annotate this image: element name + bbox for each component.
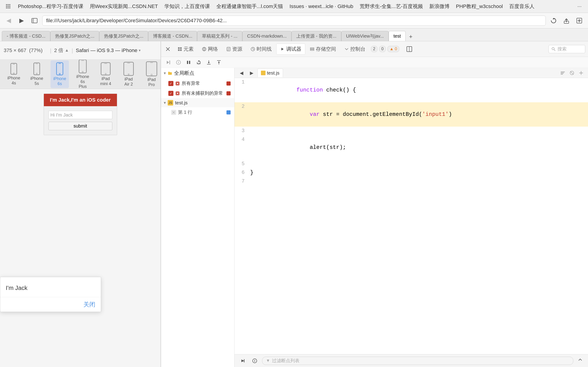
code-breakpoint-button[interactable] xyxy=(568,69,576,77)
code-content xyxy=(248,160,588,168)
svg-rect-18 xyxy=(13,64,15,65)
bottom-info-icon[interactable] xyxy=(250,357,259,365)
code-format-button[interactable] xyxy=(559,69,567,77)
code-nav-prev[interactable]: ◀ xyxy=(237,69,246,77)
svg-point-74 xyxy=(178,61,179,62)
line-bp-icon xyxy=(171,110,176,115)
forward-button[interactable]: ▶ xyxy=(17,16,27,26)
tab-item[interactable]: 博客频道 - CSDN... xyxy=(148,31,197,41)
tab-timeline[interactable]: 时间线 xyxy=(247,44,275,54)
apps-icon[interactable] xyxy=(5,3,12,10)
device-iphone5s[interactable]: iPhone5s xyxy=(27,60,46,88)
code-file-tab-bar: ◀ ▶ test.js xyxy=(234,68,588,78)
js-file-icon: JS xyxy=(168,100,173,106)
device-iphone6s[interactable]: iPhone6s xyxy=(51,60,69,88)
device-selector[interactable]: Safari — iOS 9.3 — iPhone ▾ xyxy=(76,48,141,53)
tab-item[interactable]: 上传资源 - 我的资... xyxy=(292,31,341,41)
code-content xyxy=(248,177,588,185)
device-label: iPhone5s xyxy=(30,76,43,86)
bp-line-indicator xyxy=(226,110,231,115)
tab-item[interactable]: - 博客频道 - CSD... xyxy=(2,31,50,41)
share-button[interactable] xyxy=(561,16,571,26)
info-icon xyxy=(174,58,183,67)
svg-rect-64 xyxy=(310,48,314,49)
tab-debugger[interactable]: 调试器 xyxy=(276,44,305,55)
page-input[interactable]: Hi I'm Jack xyxy=(48,111,112,119)
global-breakpoints-section[interactable]: ▾ 全局断点 xyxy=(161,68,234,78)
bottom-action-icon[interactable] xyxy=(238,357,247,365)
bp-checkbox[interactable] xyxy=(168,91,173,96)
devtools-search[interactable]: 搜索 xyxy=(548,45,585,53)
section-collapse-icon: ▾ xyxy=(164,71,166,76)
zoom-up-arrow[interactable]: ▲ xyxy=(65,48,69,53)
breakpoint-uncaught-exceptions[interactable]: 所有未捕获到的异常 xyxy=(161,88,234,98)
device-ipadair2[interactable]: iPadAir 2 xyxy=(120,60,138,89)
breakpoint-line1[interactable]: 第 1 行 xyxy=(161,107,234,117)
tab-network[interactable]: 网络 xyxy=(198,44,222,54)
tab-console[interactable]: 控制台 xyxy=(341,44,369,54)
tab-item[interactable]: CSDN-markdown... xyxy=(242,31,292,41)
tab-item-test[interactable]: test xyxy=(389,31,406,41)
filter-input[interactable]: ▼ 过滤断点列表 xyxy=(262,357,573,365)
add-bookmark-button[interactable] xyxy=(574,16,584,26)
svg-marker-101 xyxy=(242,359,244,362)
bookmark-item[interactable]: Photoshop...程学习-百度传课 xyxy=(16,2,86,11)
tab-item[interactable]: 草稿箱文系列 - ... xyxy=(197,31,242,41)
back-button[interactable]: ◀ xyxy=(4,16,14,26)
device-label: iPadPro xyxy=(147,77,156,87)
bookmark-item[interactable]: 新浪微博 xyxy=(427,2,452,11)
tab-item[interactable]: 热修复JSPatch之... xyxy=(99,31,148,41)
device-label: iPhone6s xyxy=(53,76,66,86)
device-ipadpro[interactable]: iPadPro xyxy=(142,60,161,89)
bookmark-item[interactable]: 荒野求生-全集...艺-百度视频 xyxy=(357,2,425,11)
file-breakpoints-section[interactable]: ▾ JS test.js xyxy=(161,98,234,107)
alert-close-button[interactable]: 关闭 xyxy=(83,300,95,309)
code-file-tab-item[interactable]: test.js xyxy=(258,69,283,77)
tab-item[interactable]: UIWebView与jav... xyxy=(341,31,389,41)
url-input[interactable]: file:///Users/jack/Library/Developer/Cor… xyxy=(42,16,546,26)
svg-rect-10 xyxy=(32,18,34,23)
code-editor[interactable]: 1 function check() { 2 var str = documen… xyxy=(234,78,588,354)
sidebar-button[interactable] xyxy=(29,16,40,26)
page-submit-button[interactable]: submit xyxy=(48,122,112,130)
safari-panel: 375 × 667 (77%) | 2 倍 ▲ | Safari — iOS 9… xyxy=(0,41,161,367)
bookmarks-more-button[interactable]: ··· xyxy=(576,2,583,10)
svg-rect-3 xyxy=(6,6,7,7)
breakpoint-all-exceptions[interactable]: 所有异常 xyxy=(161,78,234,88)
alert-footer: 关闭 xyxy=(0,297,101,312)
bookmark-item[interactable]: PHP教程_w3cschool xyxy=(454,2,505,11)
bookmark-item[interactable]: 全程通健康智能手...l.com天猫 xyxy=(214,2,285,11)
device-iphone6splus[interactable]: iPhone6s Plus xyxy=(73,60,92,89)
device-iphone4s[interactable]: iPhone4s xyxy=(5,61,23,87)
new-tab-button[interactable]: + xyxy=(406,32,416,41)
tab-item[interactable]: 热修复JSPatch之... xyxy=(50,31,99,41)
bookmark-item[interactable]: Issues · weext...icle · GitHub xyxy=(287,2,355,10)
step-over-button[interactable] xyxy=(194,58,203,67)
refresh-button[interactable] xyxy=(548,16,559,26)
devtools-close-button[interactable] xyxy=(164,45,172,53)
svg-point-22 xyxy=(36,73,37,74)
step-out-button[interactable] xyxy=(214,58,224,67)
tab-resource[interactable]: 资源 xyxy=(223,44,246,54)
svg-line-98 xyxy=(570,71,573,75)
device-ipadmini4[interactable]: iPadmini 4 xyxy=(96,60,115,88)
code-add-button[interactable] xyxy=(577,69,585,77)
step-into-button[interactable] xyxy=(204,58,213,67)
svg-marker-63 xyxy=(281,48,284,50)
svg-point-31 xyxy=(105,73,106,74)
code-editor-actions xyxy=(559,69,585,77)
bookmark-item[interactable]: 学知识，上百度传课 xyxy=(162,2,212,11)
bookmark-item[interactable]: 百度音乐人 xyxy=(507,2,537,11)
bookmark-item[interactable]: 用Weex实现新闻...CSDN.NET xyxy=(87,2,160,11)
devtools-actions xyxy=(161,57,588,68)
bp-checkbox[interactable] xyxy=(168,81,173,86)
svg-rect-0 xyxy=(6,4,7,5)
expand-button[interactable] xyxy=(576,357,584,365)
pause-button[interactable] xyxy=(184,58,193,67)
tab-storage[interactable]: 存储空间 xyxy=(306,44,340,54)
zoom-control[interactable]: 2 倍 ▲ xyxy=(54,47,69,54)
tab-elements[interactable]: 元素 xyxy=(174,44,197,54)
layout-toggle-button[interactable] xyxy=(405,45,414,53)
code-nav-next[interactable]: ▶ xyxy=(247,69,256,77)
device-icons-row: iPhone4s iPhone5s xyxy=(0,60,161,89)
